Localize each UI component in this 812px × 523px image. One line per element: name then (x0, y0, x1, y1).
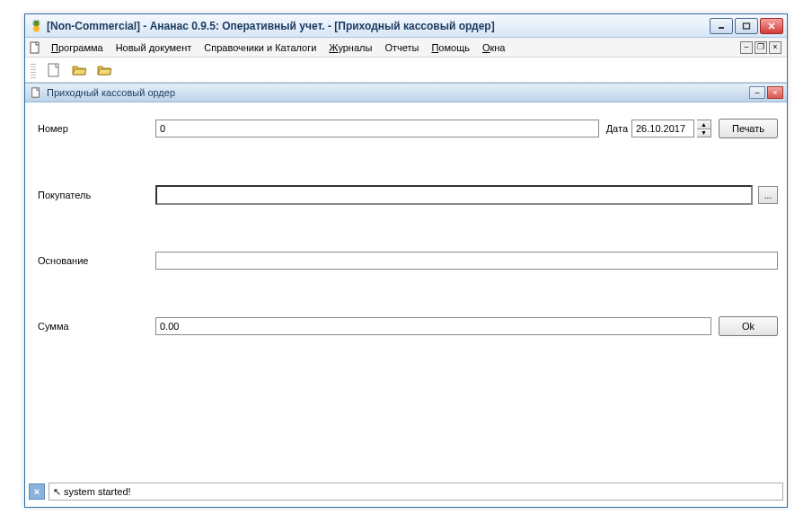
spin-down-icon[interactable]: ▼ (697, 129, 710, 137)
menu-journals[interactable]: Журналы (322, 40, 378, 55)
menu-new-document[interactable]: Новый документ (110, 40, 199, 55)
statusbar: × ↖ system started! (29, 482, 783, 501)
child-window: Приходный кассовый ордер – × Номер Дата … (25, 83, 787, 435)
sum-input[interactable] (155, 317, 711, 335)
status-message-text: system started! (64, 486, 131, 497)
menu-windows[interactable]: Окна (476, 40, 512, 55)
print-button[interactable]: Печать (719, 119, 778, 138)
buyer-browse-button[interactable]: ... (758, 186, 778, 204)
toolbar (25, 58, 787, 83)
buyer-input[interactable] (155, 185, 753, 205)
toolbar-open2-icon[interactable] (94, 60, 114, 80)
child-close-button[interactable]: × (767, 86, 783, 99)
ok-button[interactable]: Ok (719, 316, 778, 336)
mdi-close-button[interactable]: × (769, 41, 781, 54)
app-icon: 🍍 (29, 19, 43, 33)
minimize-button[interactable] (710, 18, 733, 34)
menu-reports[interactable]: Отчеты (378, 40, 425, 55)
status-pointer-icon: ↖ (53, 486, 61, 498)
child-document-icon (29, 85, 43, 100)
menu-help[interactable]: Помощь (425, 40, 476, 55)
document-icon (29, 41, 41, 54)
date-spinner[interactable]: ▲ ▼ (697, 120, 711, 137)
form-area: Номер Дата ▲ ▼ Печать Покупатель ... (25, 102, 787, 435)
label-date: Дата (606, 123, 628, 134)
status-message-box: ↖ system started! (49, 483, 783, 501)
menu-help-rest: омощь (438, 42, 470, 53)
date-input[interactable] (631, 120, 694, 137)
row-basis: Основание (34, 252, 778, 270)
child-window-title: Приходный кассовый ордер (47, 87, 749, 98)
child-titlebar: Приходный кассовый ордер – × (25, 83, 787, 102)
svg-rect-6 (32, 88, 40, 97)
basis-input[interactable] (155, 252, 778, 270)
label-basis: Основание (34, 255, 155, 266)
svg-rect-4 (31, 42, 39, 53)
menu-windows-rest: кна (490, 42, 505, 53)
row-number: Номер Дата ▲ ▼ Печать (34, 119, 778, 138)
window-controls (710, 18, 783, 34)
menubar: Программа Новый документ Справочники и К… (25, 38, 787, 58)
titlebar: 🍍 [Non-Commercial] - Ананас 0.9.5: Опера… (25, 14, 787, 38)
maximize-button[interactable] (735, 18, 758, 34)
toolbar-open-icon[interactable] (69, 60, 89, 80)
label-sum: Сумма (34, 321, 155, 332)
svg-rect-5 (49, 64, 58, 76)
status-close-icon[interactable]: × (29, 483, 45, 500)
menu-program[interactable]: Программа (45, 40, 110, 55)
toolbar-grip (31, 62, 36, 78)
child-minimize-button[interactable]: – (749, 86, 765, 99)
label-buyer: Покупатель (34, 190, 155, 200)
mdi-controls: – ❐ × (740, 41, 781, 54)
menu-program-rest: рограмма (58, 42, 103, 53)
toolbar-new-icon[interactable] (44, 60, 64, 80)
close-button[interactable] (760, 18, 783, 34)
svg-rect-1 (744, 23, 750, 29)
mdi-minimize-button[interactable]: – (740, 41, 753, 54)
row-buyer: Покупатель ... (34, 185, 778, 205)
label-number: Номер (34, 123, 155, 134)
window-title: [Non-Commercial] - Ананас 0.9.5: Операти… (47, 20, 710, 32)
spin-up-icon[interactable]: ▲ (697, 120, 710, 129)
mdi-restore-button[interactable]: ❐ (755, 41, 767, 54)
main-window: 🍍 [Non-Commercial] - Ананас 0.9.5: Опера… (24, 13, 788, 508)
menu-catalogs[interactable]: Справочники и Каталоги (198, 40, 322, 55)
number-input[interactable] (155, 120, 599, 137)
menu-journals-rest: урналы (338, 42, 372, 53)
row-sum: Сумма Ok (34, 316, 778, 336)
